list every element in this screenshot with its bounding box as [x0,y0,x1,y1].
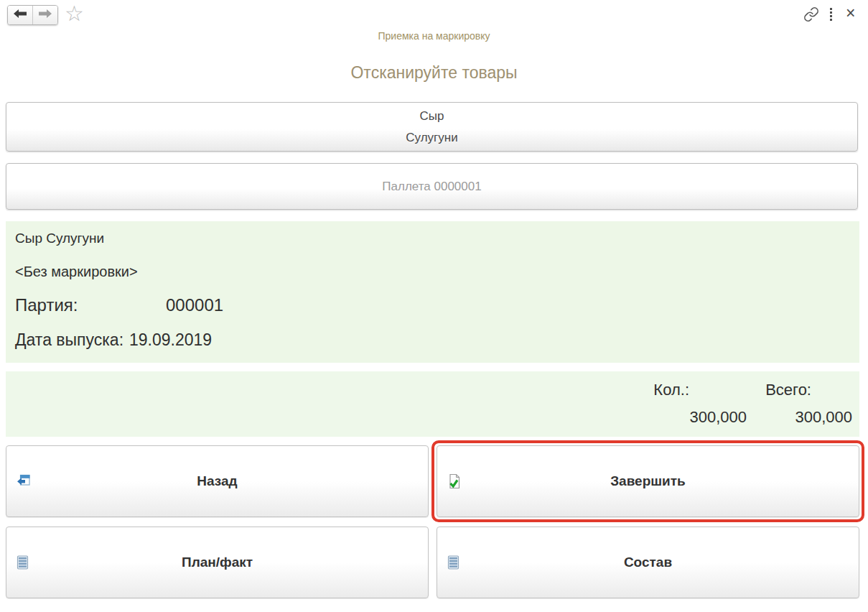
totals-panel: Кол.: Всего: 300,000 300,000 [6,371,859,437]
pallet-input[interactable] [6,163,858,210]
plan-fact-button-label: План/факт [182,555,253,570]
qty-label: Кол.: [653,381,689,399]
total-label: Всего: [765,381,811,399]
release-date-value: 19.09.2019 [129,330,212,349]
close-icon[interactable]: × [846,2,855,24]
info-marking-status: <Без маркировки> [15,264,138,280]
back-window-icon [17,474,32,489]
composition-button-label: Состав [624,555,672,570]
back-button[interactable]: Назад [6,445,429,517]
menu-icon[interactable] [829,8,833,24]
info-release-date-row: Дата выпуска:19.09.2019 [15,330,212,350]
product-button[interactable]: Сыр Сулугуни [6,102,858,152]
product-name-line1: Сыр [420,106,444,127]
forward-nav-icon [38,9,52,22]
back-nav-icon [13,9,27,22]
page-title: Приемка на маркировку [0,30,868,42]
composition-button[interactable]: Состав [437,527,859,598]
link-icon[interactable] [803,6,819,25]
finish-check-icon [447,473,462,489]
total-value: 300,000 [795,408,852,427]
forward-nav-button[interactable] [32,6,57,24]
list-icon [17,555,29,570]
list-icon [447,555,459,570]
plan-fact-button[interactable]: План/факт [6,527,429,598]
release-date-label: Дата выпуска: [15,330,123,349]
batch-value: 000001 [166,295,223,315]
favorite-icon[interactable]: ☆ [65,1,84,26]
item-info-panel: Сыр Сулугуни <Без маркировки> Партия:000… [6,221,859,363]
scan-prompt-heading: Отсканируйте товары [0,63,868,83]
product-name-line2: Сулугуни [406,127,457,149]
info-batch-row: Партия:000001 [15,295,223,315]
info-product-name: Сыр Сулугуни [15,231,104,246]
back-nav-button[interactable] [8,6,32,24]
finish-button[interactable]: Завершить [437,445,859,517]
history-nav-group [7,5,58,25]
finish-button-label: Завершить [610,473,686,489]
back-button-label: Назад [197,473,237,489]
qty-value: 300,000 [689,408,747,427]
batch-label: Партия: [15,295,166,315]
